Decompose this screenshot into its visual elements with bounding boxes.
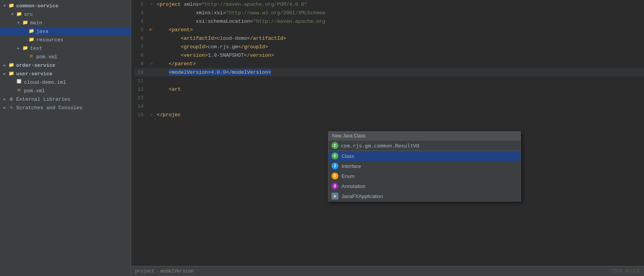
- folder-icon-order: 📁: [8, 62, 15, 68]
- tree-item-pom1[interactable]: m pom.xml: [0, 52, 131, 61]
- tree-item-user-service[interactable]: ▶ 📁 user-service: [0, 69, 131, 78]
- line-num-9: 9: [134, 61, 148, 67]
- status-bar: project › modelVersion CSDN @小G黑: [131, 266, 644, 276]
- code-text-15: </projec: [155, 112, 644, 118]
- tree-arrow-order-service: ▶: [2, 63, 8, 68]
- tree-item-main[interactable]: ▼ 📁 main: [0, 19, 131, 27]
- popup-title: New Java Class: [328, 132, 521, 141]
- tree-label-order-service: order-service: [16, 63, 55, 68]
- code-line-12: 12 <art: [134, 85, 644, 93]
- tree-item-test[interactable]: ▶ 📁 test: [0, 44, 131, 52]
- line-num-10: 10: [134, 69, 148, 75]
- tree-arrow-test: ▶: [15, 46, 22, 51]
- popup-label-class: Class: [341, 153, 354, 159]
- gutter-2: ▽: [148, 2, 155, 7]
- line-num-13: 13: [134, 95, 148, 101]
- folder-icon: 📁: [8, 3, 15, 9]
- folder-icon-src: 📁: [15, 11, 22, 17]
- tree-label-test: test: [30, 46, 42, 51]
- popup-input-icon: C: [331, 142, 338, 149]
- code-text-8: <version>1.0-SNAPSHOT</version>: [155, 52, 644, 58]
- code-text-9: </parent>: [155, 61, 644, 67]
- tree-item-order-service[interactable]: ▶ 📁 order-service: [0, 61, 131, 69]
- popup-item-annotation[interactable]: @ Annotation: [328, 181, 521, 191]
- code-text-6: <artifactId>cloud-demo</artifactId>: [155, 36, 644, 41]
- tree-item-pom2[interactable]: m pom.xml: [0, 86, 131, 95]
- code-line-7: 7 <groupId>com.rjs.gm</groupId>: [134, 42, 644, 51]
- popup-item-javafx[interactable]: ⊞ JavaFXApplication: [328, 191, 521, 201]
- folder-icon-main: 📁: [22, 20, 29, 26]
- code-text-12: <art: [155, 86, 644, 92]
- annotation-icon: @: [331, 183, 338, 190]
- code-line-11: 11: [134, 76, 644, 85]
- code-line-8: 8 <version>1.0-SNAPSHOT</version>: [134, 51, 644, 59]
- popup-input-row[interactable]: C com.rjs.gm.common.ResultVO: [328, 141, 521, 151]
- tree-arrow-ext-lib: ▶: [2, 97, 8, 102]
- iml-icon: ⬜: [15, 79, 22, 85]
- xml-icon-pom2: m: [15, 88, 22, 94]
- gutter-9: ▽: [148, 62, 155, 66]
- tree-item-java[interactable]: 📁 java: [0, 27, 131, 36]
- tree-item-scratches[interactable]: ▶ ⚙ Scratches and Consoles: [0, 103, 131, 112]
- code-line-9: 9 ▽ </parent>: [134, 59, 644, 68]
- interface-icon: I: [331, 163, 338, 169]
- tree-arrow-common-service: ▼: [2, 4, 8, 8]
- gutter-5: m⁻: [148, 27, 155, 32]
- popup-label-javafx: JavaFXApplication: [341, 193, 383, 199]
- popup-input-text: com.rjs.gm.common.ResultVO: [341, 143, 419, 149]
- tree-arrow-scratches: ▶: [2, 105, 8, 110]
- tree-label-main: main: [30, 20, 42, 26]
- line-num-2: 2: [134, 2, 148, 7]
- code-text-7: <groupId>com.rjs.gm</groupId>: [155, 44, 644, 50]
- folder-icon-test: 📁: [22, 45, 29, 51]
- tree-label-pom1: pom.xml: [36, 54, 57, 60]
- enum-icon: E: [331, 173, 338, 179]
- popup-label-annotation: Annotation: [341, 183, 365, 189]
- code-line-3: 3 xmlns:xsi="http://www.w3.org/2001/XMLS…: [134, 8, 644, 17]
- code-line-6: 6 <artifactId>cloud-demo</artifactId>: [134, 34, 644, 42]
- line-num-11: 11: [134, 78, 148, 84]
- code-line-2: 2 ▽ <project xmlns="http://maven.apache.…: [134, 0, 644, 8]
- line-num-3: 3: [134, 10, 148, 16]
- code-line-10: 10 <modelVersion>4.0.0</modelVersion>: [134, 68, 644, 76]
- tree-label-ext-lib: External Libraries: [16, 97, 70, 102]
- code-line-13: 13: [134, 93, 644, 102]
- watermark-text: CSDN @小G黑: [612, 268, 640, 274]
- breadcrumb-separator: ›: [156, 269, 159, 274]
- line-num-8: 8: [134, 52, 148, 58]
- tree-label-src: src: [24, 12, 33, 17]
- tree-item-src[interactable]: ▼ 📁 src: [0, 10, 131, 19]
- tree-item-cloud-demo-iml[interactable]: ⬜ cloud-demo.iml: [0, 78, 131, 86]
- breadcrumb-part-project: project: [135, 269, 154, 274]
- tree-item-ext-lib[interactable]: ▶ ▦ External Libraries: [0, 95, 131, 103]
- popup-item-class[interactable]: C Class: [328, 151, 521, 161]
- code-lines: 2 ▽ <project xmlns="http://maven.apache.…: [134, 0, 644, 119]
- tree-label-pom2: pom.xml: [24, 88, 45, 94]
- javafx-icon: ⊞: [331, 193, 338, 200]
- line-num-4: 4: [134, 19, 148, 24]
- code-text-10: <modelVersion>4.0.0</modelVersion>: [155, 69, 644, 75]
- popup-label-interface: Interface: [341, 163, 361, 169]
- tree-label-scratches: Scratches and Consoles: [16, 105, 83, 111]
- scratch-icon: ⚙: [8, 105, 15, 111]
- tree-label-user-service: user-service: [16, 71, 52, 77]
- popup-item-enum[interactable]: E Enum: [328, 171, 521, 181]
- line-num-7: 7: [134, 44, 148, 50]
- tree-item-common-service[interactable]: ▼ 📁 common-service: [0, 2, 131, 10]
- breadcrumb-part-modelversion: modelVersion: [161, 269, 194, 274]
- tree-item-resources[interactable]: 📁 resources: [0, 36, 131, 44]
- main-layout: ▼ 📁 common-service ▼ 📁 src ▼ 📁 main 📁 ja…: [0, 0, 644, 276]
- file-tree-sidebar: ▼ 📁 common-service ▼ 📁 src ▼ 📁 main 📁 ja…: [0, 0, 131, 276]
- line-num-15: 15: [134, 112, 148, 118]
- folder-icon-user: 📁: [8, 71, 15, 77]
- class-icon: C: [331, 152, 338, 159]
- code-text-2: <project xmlns="http://maven.apache.org/…: [155, 2, 644, 7]
- xml-icon-pom1: m: [28, 54, 35, 60]
- code-line-4: 4 xsi:schemaLocation="http://maven.apach…: [134, 17, 644, 25]
- popup-item-interface[interactable]: I Interface: [328, 161, 521, 171]
- tree-arrow-src: ▼: [9, 12, 15, 17]
- line-num-14: 14: [134, 103, 148, 109]
- tree-label-java: java: [36, 29, 48, 34]
- tree-label-iml: cloud-demo.iml: [24, 80, 66, 85]
- line-num-5: 5: [134, 27, 148, 33]
